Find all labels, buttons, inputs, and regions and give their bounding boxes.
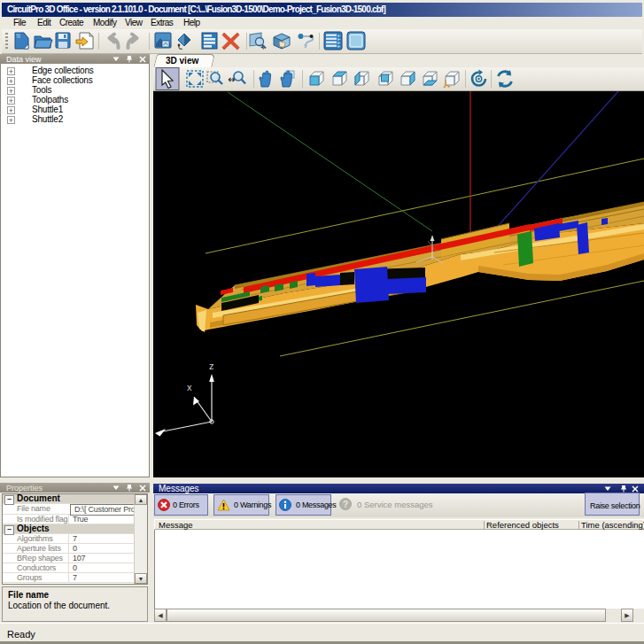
svg-text:x: x xyxy=(187,382,192,392)
svg-text:z: z xyxy=(209,361,214,371)
svg-text:?: ? xyxy=(343,500,348,509)
